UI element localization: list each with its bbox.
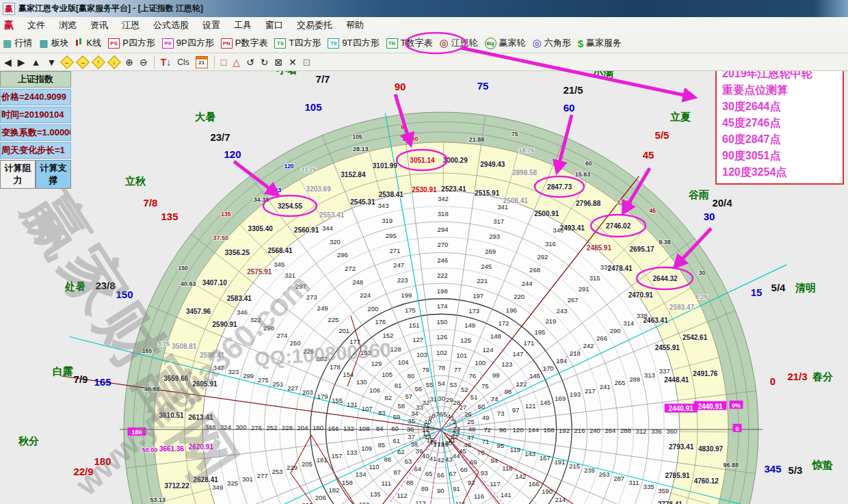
- svg-text:33.33: 33.33: [266, 187, 282, 194]
- svg-text:294: 294: [438, 226, 449, 233]
- svg-text:131: 131: [347, 401, 358, 408]
- t-updown-icon[interactable]: T↓: [161, 57, 172, 68]
- menu-item-6[interactable]: 工具: [227, 17, 259, 34]
- calc-support-button[interactable]: 计算支撑: [36, 160, 71, 189]
- back-icon[interactable]: ◀: [4, 57, 12, 68]
- menu-item-1[interactable]: 浏览: [52, 17, 83, 34]
- toolbar-button-K线[interactable]: K线: [75, 37, 101, 49]
- svg-text:313: 313: [644, 371, 655, 379]
- menu-item-9[interactable]: 帮助: [339, 17, 371, 34]
- svg-text:21/3: 21/3: [787, 371, 807, 382]
- zoom-in-icon[interactable]: ⊕: [125, 57, 133, 68]
- toolbar-button-P四方形[interactable]: PSP四方形: [108, 37, 155, 49]
- svg-text:3407.10: 3407.10: [202, 279, 228, 287]
- svg-text:105: 105: [382, 371, 393, 378]
- diamond-right-icon[interactable]: →: [76, 55, 90, 69]
- svg-text:117: 117: [490, 480, 500, 488]
- pointer-up-icon[interactable]: ▲: [31, 57, 41, 68]
- svg-text:125: 125: [460, 336, 471, 344]
- svg-text:152: 152: [383, 332, 394, 339]
- pointer-down-icon[interactable]: ▼: [47, 57, 56, 68]
- toolbar-button-六角形[interactable]: ◎六角形: [533, 37, 571, 49]
- svg-text:72: 72: [483, 426, 491, 434]
- svg-text:21/5: 21/5: [563, 84, 583, 96]
- svg-text:71: 71: [482, 438, 490, 445]
- toolbar-button-T数字表[interactable]: TNT数字表: [386, 37, 433, 49]
- easel-icon[interactable]: ⊡: [303, 57, 311, 68]
- menu-item-0[interactable]: 文件: [21, 17, 52, 34]
- svg-text:156: 156: [328, 425, 339, 432]
- forward-icon[interactable]: ▶: [18, 57, 25, 68]
- annotation-box: 2019年江恩轮中轮重要点位测算30度2644点45度2746点60度2847点…: [715, 60, 844, 185]
- svg-text:345: 345: [764, 463, 781, 475]
- toolbar-button-P数字表[interactable]: PNP数字表: [221, 37, 268, 49]
- svg-text:154: 154: [343, 371, 354, 378]
- svg-text:40: 40: [422, 452, 429, 460]
- svg-text:121: 121: [525, 402, 536, 410]
- svg-text:2898.58: 2898.58: [512, 169, 538, 176]
- toolbar-button-T四方形[interactable]: TST四方形: [274, 37, 321, 49]
- svg-text:7/8: 7/8: [144, 197, 158, 209]
- svg-text:81: 81: [395, 382, 402, 389]
- svg-text:214: 214: [555, 496, 566, 503]
- svg-text:74: 74: [491, 395, 499, 403]
- diamond-left-icon[interactable]: ←: [60, 55, 74, 69]
- toolbar-button-9T四方形[interactable]: T99T四方形: [328, 37, 379, 49]
- rect-tool-icon[interactable]: □: [221, 57, 226, 68]
- diamond-down-icon[interactable]: ↓: [107, 55, 121, 69]
- rotate-cw-icon[interactable]: ↻: [261, 57, 269, 68]
- svg-text:267: 267: [568, 296, 579, 304]
- scatter-icon[interactable]: ✕: [289, 57, 297, 68]
- calc-resistance-button[interactable]: 计算阻力: [0, 160, 36, 189]
- cls-button[interactable]: Cls: [177, 57, 189, 68]
- pn-icon: PN: [221, 38, 233, 49]
- svg-text:83: 83: [378, 409, 386, 416]
- svg-text:149: 149: [464, 321, 475, 329]
- svg-text:3: 3: [450, 414, 453, 422]
- toolbar-button-赢家服务[interactable]: $赢家服务: [578, 37, 622, 49]
- menu-item-4[interactable]: 公式选股: [146, 17, 196, 34]
- menu-item-8[interactable]: 交易委托: [290, 17, 339, 34]
- triangle-tool-icon[interactable]: △: [233, 57, 240, 68]
- svg-text:205: 205: [302, 460, 313, 468]
- toolbar-button-板块[interactable]: ▩板块: [39, 37, 68, 49]
- svg-text:2620.91: 2620.91: [189, 443, 214, 451]
- toolbar-button-赢家轮[interactable]: Big赢家轮: [485, 37, 526, 49]
- svg-text:2440.91: 2440.91: [669, 405, 694, 412]
- box-x-icon[interactable]: ⊠: [274, 57, 282, 68]
- svg-text:182: 182: [328, 486, 339, 494]
- svg-text:177: 177: [349, 338, 360, 345]
- svg-text:2746.02: 2746.02: [606, 222, 631, 230]
- diamond-up-icon[interactable]: ↑: [92, 55, 105, 69]
- svg-text:58: 58: [398, 402, 406, 410]
- svg-text:5/4: 5/4: [771, 282, 786, 293]
- svg-text:96.88: 96.88: [724, 462, 739, 468]
- svg-text:50.00: 50.00: [142, 447, 158, 453]
- svg-text:46.88: 46.88: [144, 386, 160, 393]
- svg-text:56: 56: [414, 385, 422, 393]
- svg-text:142: 142: [515, 473, 526, 480]
- toolbar-button-行情[interactable]: ▦行情: [3, 37, 32, 49]
- svg-text:88: 88: [406, 479, 414, 486]
- svg-text:73: 73: [497, 410, 505, 417]
- menu-item-7[interactable]: 窗口: [259, 17, 290, 34]
- svg-text:104: 104: [398, 358, 409, 366]
- svg-text:275: 275: [258, 376, 269, 384]
- zoom-out-icon[interactable]: ⊖: [140, 57, 148, 68]
- svg-text:32: 32: [423, 399, 430, 406]
- menu-item-2[interactable]: 资讯: [83, 17, 115, 34]
- calendar-icon[interactable]: 21: [196, 56, 208, 68]
- svg-text:202: 202: [317, 355, 328, 362]
- svg-text:2493.41: 2493.41: [560, 224, 585, 232]
- svg-text:94: 94: [490, 457, 498, 464]
- svg-text:0: 0: [770, 375, 776, 387]
- rotate-ccw-icon[interactable]: ↺: [246, 57, 254, 68]
- menu-item-3[interactable]: 江恩: [115, 17, 146, 34]
- menu-item-5[interactable]: 设置: [196, 17, 227, 34]
- svg-text:2628.41: 2628.41: [194, 476, 219, 483]
- toolbar-button-9P四方形[interactable]: P99P四方形: [162, 37, 214, 49]
- ps-icon: PS: [108, 38, 120, 49]
- info-row-1: 时间=20190104: [0, 107, 71, 123]
- toolbar-label: 行情: [14, 37, 32, 49]
- toolbar-button-江恩轮[interactable]: ◎江恩轮: [439, 37, 477, 49]
